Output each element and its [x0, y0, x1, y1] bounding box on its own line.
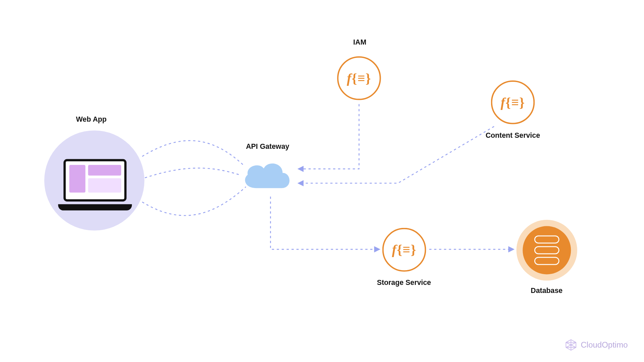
storage-label: Storage Service	[377, 279, 431, 287]
database-label: Database	[531, 287, 562, 295]
db-row	[534, 235, 559, 243]
db-row	[534, 257, 559, 265]
gateway-label: API Gateway	[246, 142, 289, 150]
connector-webapp-gateway-1	[142, 140, 244, 165]
db-row	[534, 246, 559, 254]
brand-logo-icon	[565, 339, 577, 351]
architecture-diagram: Web App API Gateway IAM f{≡} f{≡} Conten…	[0, 0, 644, 362]
cloud-icon	[239, 158, 293, 193]
laptop-panel-side	[69, 165, 86, 193]
function-glyph: f{≡}	[347, 71, 371, 86]
database-icon	[523, 226, 571, 274]
laptop-panel-top	[88, 165, 121, 176]
laptop-base	[58, 204, 132, 210]
connector-webapp-gateway-2	[145, 168, 240, 178]
content-function-icon: f{≡}	[491, 80, 535, 124]
brand-watermark: CloudOptimo	[565, 339, 628, 351]
laptop-panel-main	[88, 178, 121, 193]
brand-name: CloudOptimo	[581, 340, 628, 350]
laptop-icon	[58, 159, 132, 210]
connector-webapp-gateway-3	[142, 187, 246, 216]
connector-gateway-storage	[270, 197, 379, 249]
connector-iam-gateway	[299, 104, 359, 169]
iam-label: IAM	[353, 39, 366, 47]
content-label: Content Service	[486, 131, 540, 139]
function-glyph: f{≡}	[500, 95, 525, 110]
laptop-screen	[63, 159, 126, 202]
iam-function-icon: f{≡}	[337, 56, 381, 100]
function-glyph: f{≡}	[392, 242, 417, 257]
webapp-label: Web App	[76, 115, 107, 123]
storage-function-icon: f{≡}	[382, 228, 426, 272]
connector-content-gateway	[299, 126, 494, 183]
